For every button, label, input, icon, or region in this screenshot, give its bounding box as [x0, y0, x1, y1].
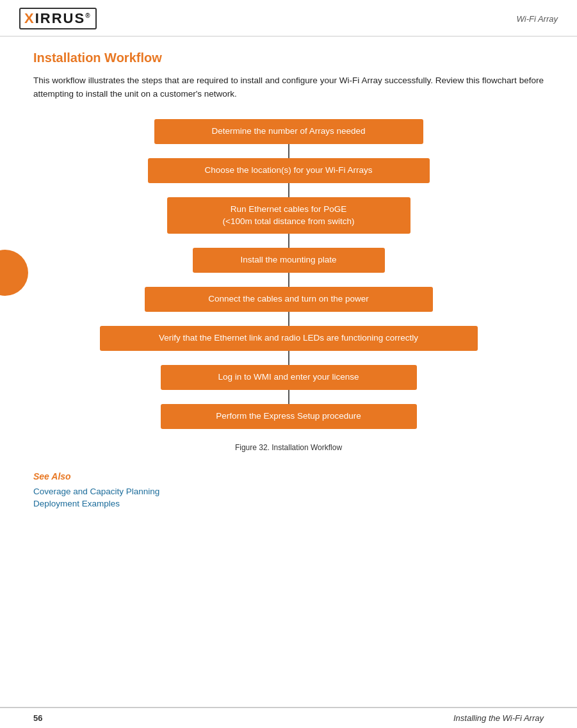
footer-chapter: Installing the Wi-Fi Array — [453, 713, 544, 723]
page-footer: 56 Installing the Wi-Fi Array — [0, 707, 577, 728]
page-label: Wi-Fi Array — [517, 14, 558, 24]
section-heading: Installation Workflow — [33, 51, 544, 65]
flow-connector-6 — [288, 351, 289, 365]
logo: XIRRUS® — [19, 8, 97, 29]
body-text: This workflow illustrates the steps that… — [33, 74, 544, 101]
flow-box-6: Verify that the Ethernet link and radio … — [100, 326, 478, 351]
see-also-section: See Also Coverage and Capacity Planning … — [33, 471, 544, 508]
logo-box: XIRRUS® — [19, 8, 97, 29]
flow-item-2: Choose the location(s) for your Wi-Fi Ar… — [148, 158, 430, 197]
flow-item-7: Log in to WMI and enter your license — [161, 365, 417, 404]
flow-connector-4 — [288, 273, 289, 287]
flow-box-7: Log in to WMI and enter your license — [161, 365, 417, 390]
flow-box-4: Install the mounting plate — [193, 248, 385, 273]
flow-connector-1 — [288, 144, 289, 158]
flow-connector-7 — [288, 390, 289, 404]
flow-item-6: Verify that the Ethernet link and radio … — [100, 326, 478, 365]
flow-box-8: Perform the Express Setup procedure — [161, 404, 417, 429]
flow-connector-5 — [288, 312, 289, 326]
flow-item-8: Perform the Express Setup procedure — [161, 404, 417, 429]
see-also-heading: See Also — [33, 471, 544, 481]
see-also-link-2[interactable]: Deployment Examples — [33, 499, 544, 508]
flow-box-5: Connect the cables and turn on the power — [145, 287, 433, 312]
main-content: Installation Workflow This workflow illu… — [0, 36, 577, 524]
flow-item-1: Determine the number of Arrays needed — [154, 119, 423, 158]
flow-box-3: Run Ethernet cables for PoGE(<100m total… — [167, 197, 410, 234]
figure-caption: Figure 32. Installation Workflow — [33, 443, 544, 452]
logo-text: XIRRUS® — [24, 10, 92, 26]
flow-item-4: Install the mounting plate — [193, 248, 385, 287]
flowchart: Determine the number of Arrays needed Ch… — [33, 119, 544, 429]
footer-page-number: 56 — [33, 713, 42, 723]
see-also-link-1[interactable]: Coverage and Capacity Planning — [33, 487, 544, 496]
flow-item-5: Connect the cables and turn on the power — [145, 287, 433, 326]
flow-connector-2 — [288, 183, 289, 197]
flow-connector-3 — [288, 234, 289, 248]
flow-box-2: Choose the location(s) for your Wi-Fi Ar… — [148, 158, 430, 183]
flow-box-1: Determine the number of Arrays needed — [154, 119, 423, 144]
flow-item-3: Run Ethernet cables for PoGE(<100m total… — [167, 197, 410, 248]
page-header: XIRRUS® Wi-Fi Array — [0, 0, 577, 36]
